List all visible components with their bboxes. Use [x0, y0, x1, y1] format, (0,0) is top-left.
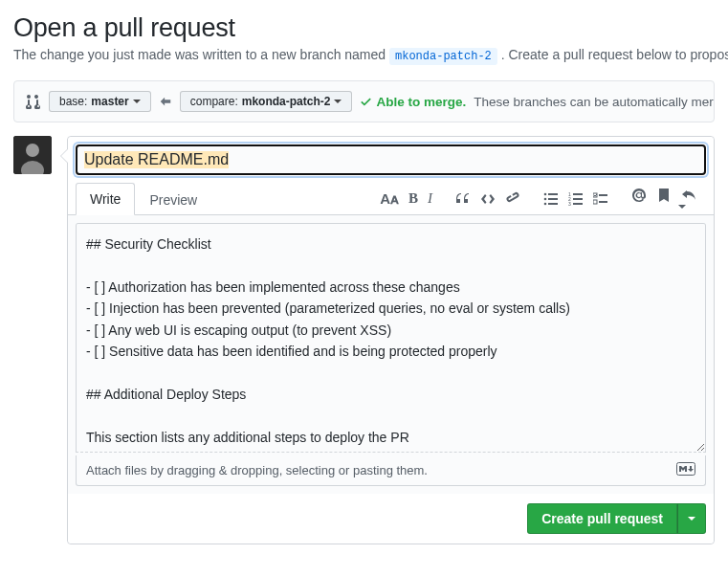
caret-down-icon: [688, 517, 695, 521]
code-icon[interactable]: [480, 191, 496, 207]
compare-label: compare:: [190, 95, 238, 108]
svg-rect-13: [573, 198, 583, 200]
reply-icon[interactable]: [681, 188, 696, 211]
svg-rect-16: [599, 194, 607, 196]
svg-rect-12: [573, 193, 583, 195]
subtitle-post: . Create a pull request below to propose…: [501, 47, 728, 62]
comment-form: Write Preview Aᴀ B I 123: [67, 136, 715, 544]
caret-down-icon: [133, 100, 141, 103]
base-label: base:: [59, 95, 87, 108]
create-pull-request-button[interactable]: Create pull request: [527, 503, 677, 534]
svg-rect-17: [593, 200, 597, 204]
text-size-icon[interactable]: Aᴀ: [380, 190, 399, 208]
svg-rect-14: [573, 203, 583, 205]
compare-branch: mkonda-patch-2: [242, 95, 331, 108]
bold-icon[interactable]: B: [408, 190, 418, 208]
git-compare-icon: [26, 94, 41, 109]
svg-rect-8: [548, 203, 558, 205]
avatar: [13, 136, 52, 174]
link-icon[interactable]: [505, 191, 520, 207]
compare-branch-select[interactable]: compare: mkonda-patch-2: [180, 91, 353, 112]
svg-point-5: [544, 202, 547, 205]
create-pull-request-options[interactable]: [677, 503, 706, 534]
base-branch: master: [91, 95, 128, 108]
numbered-list-icon[interactable]: 123: [568, 191, 584, 207]
pr-body-textarea[interactable]: [76, 223, 706, 453]
bookmark-icon[interactable]: [656, 188, 672, 211]
svg-text:3: 3: [568, 201, 571, 207]
pr-title-input[interactable]: [76, 144, 706, 175]
merge-status-ok: Able to merge.: [360, 95, 466, 109]
bulleted-list-icon[interactable]: [543, 191, 559, 207]
merge-ok-label: Able to merge.: [376, 95, 466, 109]
merge-info-text: These branches can be automatically merg…: [474, 95, 715, 109]
svg-point-3: [544, 192, 547, 195]
caret-down-icon: [334, 100, 342, 103]
svg-rect-6: [548, 193, 558, 195]
svg-rect-18: [599, 201, 607, 203]
svg-rect-7: [548, 198, 558, 200]
task-list-icon[interactable]: [593, 191, 608, 207]
svg-point-4: [544, 197, 547, 200]
tabnav: Write Preview Aᴀ B I 123: [68, 183, 714, 215]
markdown-icon: [676, 462, 695, 478]
branch-name-pill: mkonda-patch-2: [389, 48, 497, 65]
page-title: Open a pull request: [13, 13, 715, 43]
quote-icon[interactable]: [455, 191, 471, 207]
attach-hint: Attach files by dragging & dropping, sel…: [86, 463, 428, 477]
subtitle-pre: The change you just made was written to …: [13, 47, 389, 62]
mention-icon[interactable]: [631, 188, 647, 211]
markdown-toolbar: Aᴀ B I 123: [370, 188, 706, 211]
italic-icon[interactable]: I: [428, 190, 432, 208]
attach-files-bar[interactable]: Attach files by dragging & dropping, sel…: [76, 455, 706, 486]
compare-bar: base: master compare: mkonda-patch-2 Abl…: [13, 80, 715, 122]
base-branch-select[interactable]: base: master: [49, 91, 151, 112]
tab-preview[interactable]: Preview: [135, 184, 211, 215]
arrow-left-icon: [159, 95, 172, 108]
page-subtitle: The change you just made was written to …: [13, 47, 715, 65]
tab-write[interactable]: Write: [76, 183, 135, 215]
svg-point-1: [26, 144, 39, 157]
